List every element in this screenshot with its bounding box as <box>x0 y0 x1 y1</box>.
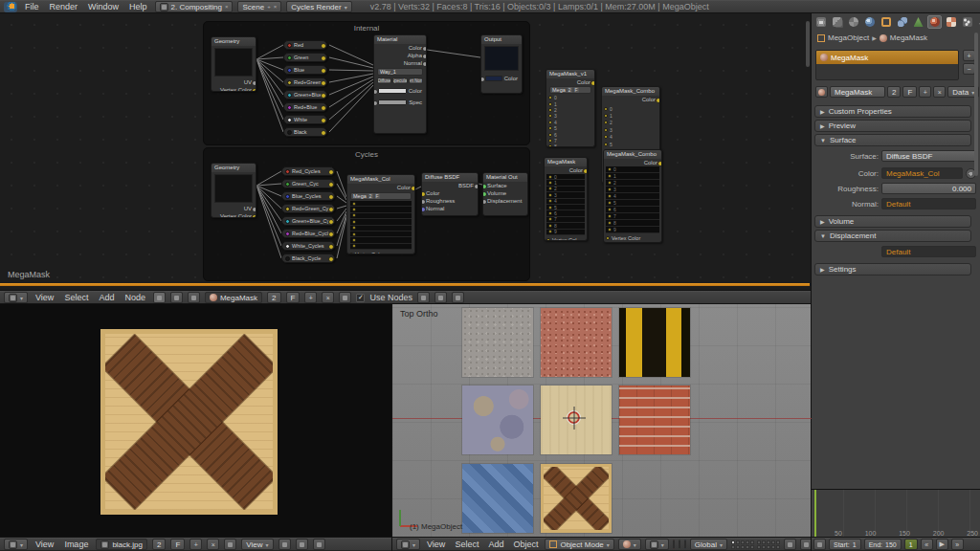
node-datablock[interactable]: Mega 2 F <box>549 86 591 94</box>
material-slot-active[interactable]: MegaMask <box>816 51 958 64</box>
pivot-icon[interactable] <box>278 539 291 550</box>
mask-node[interactable]: Green_Cyc <box>281 179 335 188</box>
color-input-field[interactable]: MegaMask_Col <box>881 167 963 179</box>
color-swatch[interactable] <box>378 88 407 94</box>
tab-physics-icon[interactable] <box>976 15 980 29</box>
input-socket-row[interactable]: 5 <box>602 141 659 147</box>
new-datablock-button[interactable]: + <box>304 292 317 303</box>
input-socket[interactable] <box>604 121 608 124</box>
input-socket-row[interactable]: 3 <box>602 126 659 133</box>
mask-node[interactable]: White <box>283 115 327 124</box>
mask-node[interactable]: Red+Green_Cycle <box>281 204 335 213</box>
section-preview[interactable]: ▶ Preview <box>814 120 971 132</box>
node-group-megamask-col[interactable]: MegaMask_Col Color Mega 2 F Vertex Color <box>346 174 415 254</box>
input-socket[interactable] <box>548 121 552 124</box>
input-socket[interactable] <box>352 202 356 206</box>
input-socket[interactable] <box>548 217 552 221</box>
texture-tile-blue-marble[interactable] <box>462 386 533 454</box>
users-count-button[interactable]: 2 <box>267 292 280 303</box>
input-socket[interactable] <box>548 193 552 197</box>
input-socket[interactable] <box>548 175 552 179</box>
input-socket[interactable] <box>352 238 356 242</box>
tab-render-layers-icon[interactable] <box>830 15 844 29</box>
spec-swatch[interactable] <box>378 99 407 105</box>
input-socket[interactable] <box>548 139 552 143</box>
input-socket-row[interactable]: 2 <box>602 120 659 126</box>
snap-magnet-icon[interactable] <box>296 539 308 550</box>
jump-to-end-icon[interactable]: » <box>951 539 964 550</box>
pin-icon[interactable] <box>339 292 351 303</box>
tree-type-composite-icon[interactable] <box>170 292 183 303</box>
input-socket[interactable] <box>548 181 552 185</box>
jump-to-start-icon[interactable]: « <box>921 539 933 550</box>
image-datablock[interactable]: black.jpg <box>96 539 147 550</box>
input-socket[interactable] <box>608 221 612 225</box>
snap-mode-icon[interactable] <box>452 292 464 303</box>
mask-node[interactable]: Red+Green <box>283 77 327 87</box>
input-socket-row[interactable]: 4 <box>602 134 659 141</box>
texture-tile-brick[interactable] <box>619 386 690 454</box>
input-socket[interactable] <box>352 232 356 236</box>
mask-node[interactable]: White_Cycles <box>281 241 335 251</box>
input-socket[interactable] <box>548 108 552 112</box>
texture-tile-concrete[interactable] <box>462 308 533 377</box>
end-frame-field[interactable]: End:150 <box>864 539 902 550</box>
users-count-button[interactable]: 2 <box>152 539 166 550</box>
texture-tile-red-speckle[interactable] <box>541 308 612 377</box>
input-socket-row[interactable]: 0 <box>606 166 659 173</box>
menu-object[interactable]: Object <box>510 540 541 549</box>
node-megamask-combo-2[interactable]: MegaMask_Combo Color 0123456789 Vertex C… <box>603 149 662 243</box>
input-socket[interactable] <box>349 253 353 254</box>
tree-type-shader-icon[interactable] <box>153 292 166 303</box>
menu-view[interactable]: View <box>424 540 448 549</box>
section-settings[interactable]: ▶ Settings <box>814 263 971 276</box>
input-socket[interactable] <box>548 144 552 147</box>
start-frame-field[interactable]: Start:1 <box>829 539 861 550</box>
timeline[interactable]: 50100150200250 <box>812 490 980 538</box>
mask-node[interactable]: Red <box>283 40 327 50</box>
manipulator-scale-icon[interactable] <box>684 540 686 549</box>
normal-input-field[interactable]: Default <box>881 198 976 209</box>
input-socket-row[interactable]: 3 <box>606 187 659 193</box>
tab-modifiers-icon[interactable] <box>895 15 909 29</box>
close-icon[interactable]: × <box>225 4 229 10</box>
browse-material-icon[interactable] <box>815 86 828 98</box>
input-socket-row[interactable]: 2 <box>606 180 659 187</box>
unlink-material-button[interactable]: × <box>933 86 946 98</box>
tab-scene-icon[interactable] <box>846 15 860 29</box>
pivot-dropdown[interactable]: ▾ <box>645 539 669 550</box>
input-socket[interactable] <box>608 201 612 205</box>
node-geometry[interactable]: Geometry UV Vertex Color <box>211 36 256 92</box>
node-megamask[interactable]: MegaMask Color 0123456789 Vertex Col <box>544 157 588 241</box>
unlink-datablock-button[interactable]: × <box>322 292 334 303</box>
material-name-field[interactable]: MegaMask <box>830 86 885 98</box>
input-socket-row[interactable]: 1 <box>602 112 659 119</box>
pin-icon[interactable] <box>224 539 236 550</box>
input-socket-row[interactable]: 0 <box>602 105 659 112</box>
current-frame-field[interactable]: 1 <box>904 539 918 550</box>
node-editor[interactable]: Internal Cycles Geometry UV Vertex Color <box>0 13 812 291</box>
input-socket-row[interactable]: 6 <box>606 207 659 213</box>
menu-help[interactable]: Help <box>126 2 150 11</box>
menu-view[interactable]: View <box>33 293 56 302</box>
node-diffuse-bsdf[interactable]: Diffuse BSDF BSDF Color Roughness Normal <box>421 172 479 216</box>
menu-image[interactable]: Image <box>61 540 91 549</box>
menu-window[interactable]: Window <box>85 2 122 11</box>
new-material-button[interactable]: + <box>919 86 931 98</box>
input-socket[interactable] <box>604 128 608 132</box>
mask-node[interactable]: Red_Cycles <box>281 166 335 176</box>
input-socket[interactable] <box>604 135 608 139</box>
tab-object-data-icon[interactable] <box>911 15 925 29</box>
tree-type-texture-icon[interactable] <box>188 292 200 303</box>
mask-node[interactable]: Green <box>283 53 327 62</box>
input-socket[interactable] <box>608 174 612 178</box>
fake-user-button[interactable]: F <box>286 292 301 303</box>
toggle-invert-normal[interactable]: Invert Normal <box>409 77 423 84</box>
editor-type-selector[interactable]: ▾ <box>396 539 420 550</box>
tab-object-icon[interactable] <box>879 15 893 29</box>
tab-particles-icon[interactable] <box>960 15 974 29</box>
properties-scrollbar[interactable] <box>974 33 978 176</box>
input-socket[interactable] <box>548 230 552 233</box>
input-socket[interactable] <box>608 228 612 231</box>
input-socket[interactable] <box>608 208 612 211</box>
